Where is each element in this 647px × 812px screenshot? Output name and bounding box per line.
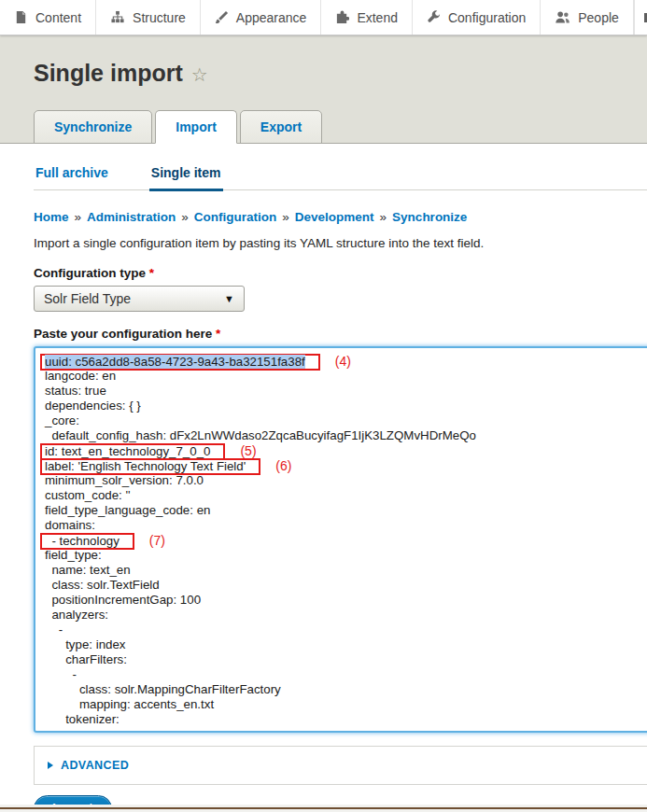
toolbar-item-configuration[interactable]: Configuration [413, 0, 541, 35]
wrench-icon [427, 10, 441, 24]
yaml-text: - technology [45, 534, 120, 548]
paste-config-label: Paste your configuration here * [34, 327, 647, 341]
breadcrumb-link-home[interactable]: Home [34, 210, 69, 224]
yaml-line: analyzers: [45, 608, 647, 623]
breadcrumb-link-synchronize[interactable]: Synchronize [392, 210, 467, 224]
yaml-text: analyzers: [45, 608, 108, 622]
selected-text: uuid: c56a2dd8-8a58-4723-9a43-ba32151fa3… [45, 355, 305, 369]
yaml-line: status: true [45, 384, 647, 399]
people-icon [555, 10, 570, 24]
yaml-line: - technology(7) [45, 533, 647, 548]
yaml-line: tokenizer: [45, 712, 647, 727]
page-header: Single import☆ SynchronizeImportExport [0, 35, 647, 144]
configuration-textarea[interactable]: uuid: c56a2dd8-8a58-4723-9a43-ba32151fa3… [34, 346, 647, 733]
yaml-text: default_config_hash: dFx2LnWWdaso2ZqcaBu… [45, 428, 476, 442]
toolbar-item-structure[interactable]: Structure [96, 0, 201, 35]
yaml-text: name: text_en [45, 563, 131, 577]
tab-synchronize[interactable]: Synchronize [34, 110, 152, 144]
yaml-text: - [45, 667, 77, 681]
breadcrumb: Home»Administration»Configuration»Develo… [34, 210, 647, 224]
yaml-text: label: 'English Technology Text Field' [45, 459, 246, 473]
required-marker: * [149, 266, 154, 280]
toolbar-item-label: Appearance [236, 10, 307, 25]
yaml-text: class: solr.TextField [45, 578, 160, 592]
toolbar-item-people[interactable]: People [541, 0, 634, 35]
toolbar-item-label: Configuration [448, 10, 526, 25]
page-title-text: Single import [34, 60, 183, 86]
toolbar-items: ContentStructureAppearanceExtendConfigur… [0, 0, 634, 35]
yaml-line: class: solr.MappingCharFilterFactory [45, 682, 647, 697]
toolbar-item-label: Extend [357, 10, 398, 25]
toolbar-item-appearance[interactable]: Appearance [201, 0, 322, 35]
puzzle-piece-icon [335, 10, 349, 24]
yaml-line: id: text_en_technology_7_0_0(5) [45, 443, 647, 458]
yaml-line: mapping: accents_en.txt [45, 697, 647, 712]
required-marker: * [216, 327, 220, 341]
breadcrumb-separator: » [181, 210, 189, 224]
yaml-text: tokenizer: [45, 712, 120, 726]
yaml-line: field_type: [45, 548, 647, 563]
config-type-label-text: Configuration type [34, 266, 146, 280]
sitemap-icon [110, 10, 125, 24]
breadcrumb-link-administration[interactable]: Administration [87, 210, 176, 224]
yaml-text: _core: [45, 413, 79, 427]
tab-import[interactable]: Import [155, 110, 237, 144]
yaml-line: - [45, 623, 647, 637]
tab-export[interactable]: Export [240, 110, 322, 144]
annotation-number: (5) [240, 443, 256, 458]
yaml-line: class: solr.TextField [45, 578, 647, 593]
admin-toolbar: ContentStructureAppearanceExtendConfigur… [0, 0, 647, 35]
toolbar-item-content[interactable]: Content [0, 0, 96, 35]
yaml-text: status: true [45, 384, 106, 398]
yaml-text: positionIncrementGap: 100 [45, 593, 201, 607]
breadcrumb-separator: » [75, 210, 82, 224]
toolbar-item-label: People [578, 10, 619, 25]
toolbar-item-label: Content [35, 10, 81, 25]
yaml-text: minimum_solr_version: 7.0.0 [45, 473, 204, 487]
advanced-details-toggle[interactable]: ADVANCED [34, 746, 647, 785]
breadcrumb-link-development[interactable]: Development [295, 210, 374, 224]
yaml-line: field_type_language_code: en [45, 503, 647, 518]
yaml-text: custom_code: '' [45, 488, 131, 502]
breadcrumb-link-configuration[interactable]: Configuration [194, 210, 276, 224]
toolbar-item-label: Structure [133, 10, 186, 25]
page-description: Import a single configuration item by pa… [34, 236, 647, 250]
collapsed-arrow-icon [48, 762, 53, 769]
yaml-line: minimum_solr_version: 7.0.0 [45, 473, 647, 488]
breadcrumb-separator: » [282, 210, 289, 224]
yaml-line: type: index [45, 637, 647, 652]
annotation-number: (7) [149, 533, 165, 548]
toolbar-item-extend[interactable]: Extend [321, 0, 413, 35]
document-icon [14, 10, 28, 24]
config-type-select[interactable]: Solr Field Type ▼ [34, 286, 245, 312]
toolbar-item-partial[interactable] [634, 0, 647, 35]
yaml-text: class: solr.MappingCharFilterFactory [45, 682, 281, 696]
yaml-text: field_type_language_code: en [45, 503, 210, 517]
yaml-text: charFilters: [45, 652, 127, 666]
bottom-edge-bar [0, 805, 647, 812]
yaml-line: default_config_hash: dFx2LnWWdaso2ZqcaBu… [45, 428, 647, 443]
yaml-line: dependencies: { } [45, 399, 647, 413]
yaml-line: custom_code: '' [45, 488, 647, 503]
annotation-number: (6) [275, 458, 291, 473]
main-content: Full archiveSingle item Home»Administrat… [0, 156, 647, 812]
primary-tabs: SynchronizeImportExport [34, 110, 325, 144]
subtab-single-item[interactable]: Single item [149, 156, 223, 191]
star-outline-icon[interactable]: ☆ [191, 64, 208, 85]
paste-config-label-text: Paste your configuration here [34, 327, 212, 341]
yaml-text: - [45, 623, 63, 637]
drupal-admin-screen: ContentStructureAppearanceExtendConfigur… [0, 0, 647, 812]
subtab-full-archive[interactable]: Full archive [34, 156, 110, 189]
yaml-line: positionIncrementGap: 100 [45, 593, 647, 608]
config-type-label: Configuration type * [34, 266, 647, 280]
yaml-line: domains: [45, 518, 647, 533]
yaml-text: mapping: accents_en.txt [45, 697, 214, 711]
annotation-number: (4) [335, 354, 351, 369]
advanced-label: ADVANCED [61, 759, 129, 772]
yaml-text: langcode: en [45, 369, 116, 383]
yaml-text: dependencies: { } [45, 399, 141, 413]
yaml-text: domains: [45, 518, 95, 532]
config-type-selected-value: Solr Field Type [44, 291, 131, 306]
breadcrumb-separator: » [380, 210, 387, 224]
yaml-line: name: text_en [45, 563, 647, 578]
